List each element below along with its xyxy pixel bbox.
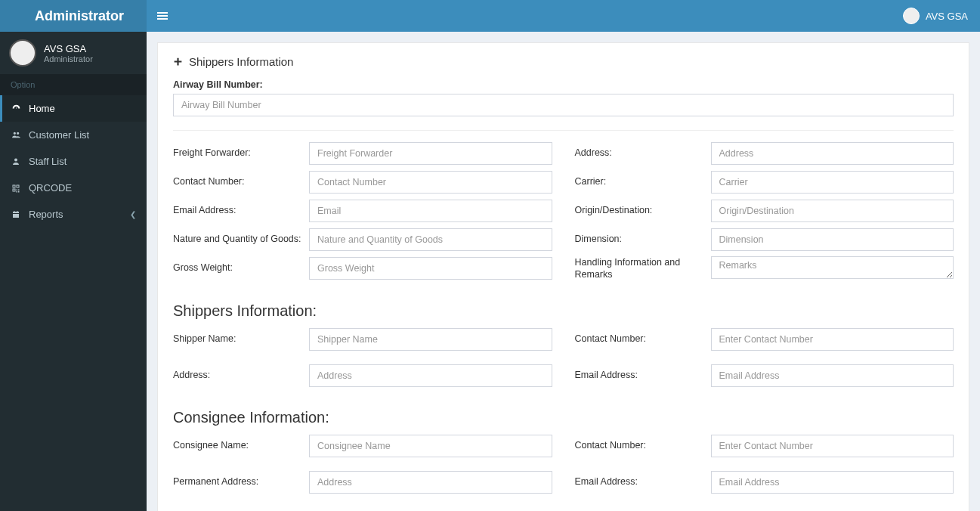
contact-number-input[interactable]	[309, 171, 552, 194]
sidebar-item-reports[interactable]: Reports ❮	[0, 201, 147, 228]
form-box: Shippers Information Airway Bill Number:…	[157, 42, 969, 511]
consignee-heading: Consignee Information:	[173, 409, 954, 426]
content-area: Shippers Information Airway Bill Number:…	[147, 32, 980, 511]
dimension-input[interactable]	[711, 228, 954, 251]
gross-weight-input[interactable]	[309, 257, 552, 280]
avatar	[9, 39, 36, 67]
divider	[173, 130, 954, 131]
avatar	[903, 8, 920, 24]
chevron-left-icon: ❮	[130, 210, 136, 218]
carrier-label: Carrier:	[575, 176, 711, 188]
address-label: Address:	[575, 147, 711, 159]
profile-name: AVS GSA	[44, 43, 93, 54]
user-menu[interactable]: AVS GSA	[891, 8, 980, 24]
dashboard-icon	[11, 104, 21, 113]
sidebar-item-staff-list[interactable]: Staff List	[0, 148, 147, 175]
awb-input[interactable]	[173, 94, 954, 116]
consignee-email-input[interactable]	[711, 471, 954, 494]
shipper-email-input[interactable]	[711, 364, 954, 387]
shipper-name-input[interactable]	[309, 328, 552, 351]
sidebar-item-home[interactable]: Home	[0, 95, 147, 122]
sidebar-item-customer-list[interactable]: Customer List	[0, 122, 147, 148]
consignee-contact-input[interactable]	[711, 435, 954, 457]
email-label: Email Address:	[173, 205, 309, 217]
user-icon	[11, 156, 21, 166]
sidebar-item-label: Staff List	[29, 156, 66, 167]
nature-input[interactable]	[309, 228, 552, 251]
freight-forwarder-label: Freight Forwarder:	[173, 147, 309, 159]
profile-role: Administrator	[44, 54, 93, 63]
shipper-contact-input[interactable]	[711, 328, 954, 351]
shipper-address-label: Address:	[173, 370, 309, 382]
topbar-user-name: AVS GSA	[926, 11, 968, 22]
sidebar-item-label: Customer List	[29, 129, 89, 141]
shippers-heading: Shippers Information:	[173, 302, 954, 320]
sidebar: AVS GSA Administrator Option Home Custom…	[0, 32, 147, 511]
consignee-contact-label: Contact Number:	[575, 440, 711, 452]
sidebar-section-header: Option	[0, 74, 147, 95]
calendar-icon	[11, 210, 21, 219]
consignee-email-label: Email Address:	[575, 476, 711, 488]
carrier-input[interactable]	[711, 171, 954, 194]
remarks-label: Handling Information and Remarks	[575, 257, 711, 280]
email-input[interactable]	[309, 200, 552, 222]
origin-input[interactable]	[711, 200, 954, 222]
users-icon	[11, 130, 21, 140]
menu-toggle-button[interactable]	[147, 11, 178, 21]
plus-icon	[173, 57, 183, 67]
box-title: Shippers Information	[173, 55, 954, 68]
sidebar-item-label: Home	[29, 103, 55, 114]
bars-icon	[157, 11, 168, 21]
consignee-address-input[interactable]	[309, 471, 552, 494]
remarks-input[interactable]	[711, 256, 954, 279]
top-bar: Administrator AVS GSA	[0, 0, 980, 32]
gross-weight-label: Gross Weight:	[173, 262, 309, 274]
freight-forwarder-input[interactable]	[309, 142, 552, 165]
sidebar-item-label: Reports	[29, 209, 63, 220]
shipper-address-input[interactable]	[309, 364, 552, 387]
consignee-name-label: Consignee Name:	[173, 440, 309, 452]
dimension-label: Dimension:	[575, 234, 711, 246]
brand-title: Administrator	[0, 0, 147, 32]
awb-label: Airway Bill Number:	[173, 79, 263, 90]
qrcode-icon	[11, 184, 21, 193]
address-input[interactable]	[711, 142, 954, 165]
consignee-address-label: Permanent Address:	[173, 476, 309, 488]
consignee-name-input[interactable]	[309, 435, 552, 457]
origin-label: Origin/Destination:	[575, 205, 711, 217]
sidebar-item-label: QRCODE	[29, 182, 72, 194]
nature-label: Nature and Quantity of Goods:	[173, 234, 309, 246]
shipper-email-label: Email Address:	[575, 370, 711, 382]
shipper-name-label: Shipper Name:	[173, 333, 309, 345]
sidebar-profile: AVS GSA Administrator	[0, 32, 147, 74]
shipper-contact-label: Contact Number:	[575, 333, 711, 345]
contact-number-label: Contact Number:	[173, 176, 309, 188]
sidebar-item-qrcode[interactable]: QRCODE	[0, 175, 147, 201]
